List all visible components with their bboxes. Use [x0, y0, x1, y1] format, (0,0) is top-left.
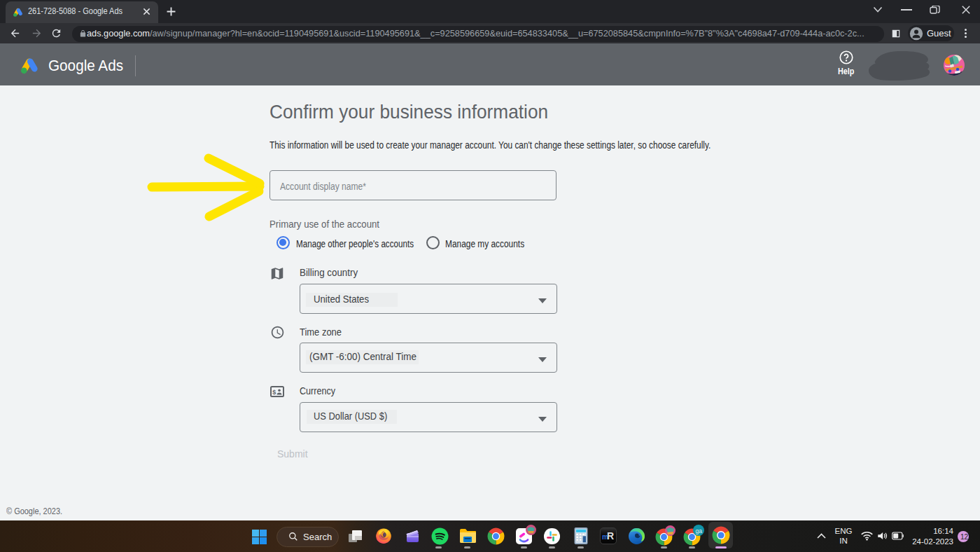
svg-text:$: $: [272, 389, 276, 396]
